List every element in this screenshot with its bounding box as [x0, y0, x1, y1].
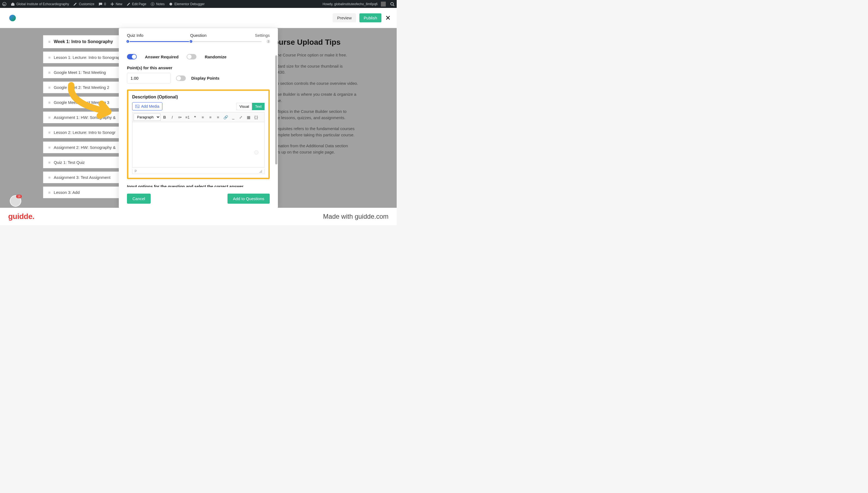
tip-text: Information from the Additional Data sec…: [269, 143, 359, 155]
tip-text: Add Topics in the Course Builder section…: [269, 109, 359, 121]
description-textarea[interactable]: [132, 122, 265, 168]
points-input[interactable]: [127, 73, 170, 83]
display-points-toggle[interactable]: [176, 76, 186, 81]
close-icon[interactable]: ✕: [385, 15, 391, 21]
tip-text: Course Builder is where you create & org…: [269, 91, 359, 104]
publish-button[interactable]: Publish: [359, 13, 382, 22]
align-center-icon[interactable]: ≡: [207, 114, 214, 121]
wp-logo-icon[interactable]: [2, 2, 6, 6]
search-icon[interactable]: [390, 2, 394, 6]
rte-toolbar: Paragraph B I ≡• ≡1 ❝ ≡ ≡ ≡ 🔗 ⎯ ⤢ ▦ {;}: [132, 112, 265, 122]
answer-required-toggle[interactable]: [127, 54, 137, 60]
preview-button[interactable]: Preview: [333, 13, 356, 22]
align-left-icon[interactable]: ≡: [199, 114, 206, 121]
description-label: Description (Optional): [132, 94, 265, 100]
shortcode-icon[interactable]: {;}: [253, 114, 260, 121]
drag-handle-icon[interactable]: ≡: [48, 175, 50, 180]
sidebar-header-label: Week 1: Intro to Sonography: [54, 39, 113, 44]
drag-handle-icon[interactable]: ≡: [48, 190, 50, 195]
wp-debugger[interactable]: Elementor Debugger: [169, 2, 205, 6]
modal-stepper: Quiz Info Question Settings ✓ ✓ 3: [119, 28, 278, 40]
drag-handle-icon[interactable]: ≡: [48, 55, 50, 60]
ai-sparkle-icon[interactable]: [254, 150, 259, 155]
readmore-icon[interactable]: ⎯: [230, 114, 237, 121]
scrollbar[interactable]: [275, 55, 277, 165]
guidde-attribution: Made with guidde.com: [323, 213, 388, 220]
cancel-button[interactable]: Cancel: [127, 194, 151, 204]
resize-handle-icon[interactable]: [259, 170, 262, 173]
drag-handle-icon[interactable]: ≡: [48, 115, 50, 120]
description-editor-highlight: Description (Optional) Add Media Visual …: [127, 89, 270, 179]
italic-icon[interactable]: I: [169, 114, 176, 121]
drag-handle-icon[interactable]: ≡: [48, 100, 50, 105]
bold-icon[interactable]: B: [161, 114, 168, 121]
svg-point-3: [391, 2, 393, 5]
quote-icon[interactable]: ❝: [191, 114, 199, 121]
guidde-avatar[interactable]: 18: [10, 195, 21, 207]
fullscreen-icon[interactable]: ⤢: [237, 114, 244, 121]
svg-point-2: [169, 3, 172, 5]
bullet-list-icon[interactable]: ≡•: [176, 114, 183, 121]
drag-handle-icon[interactable]: ≡: [48, 70, 50, 75]
step-dot-number: 3: [266, 39, 271, 44]
drag-handle-icon[interactable]: ≡: [48, 40, 50, 44]
tip-text: Video section controls the course overvi…: [269, 81, 359, 87]
guidde-footer: guidde. Made with guidde.com: [0, 208, 397, 225]
step-question[interactable]: Question: [175, 33, 222, 38]
media-icon: [135, 104, 139, 109]
step-settings[interactable]: Settings: [222, 33, 270, 38]
wp-site-name[interactable]: Global Institute of Echocardiography: [11, 2, 69, 6]
toolbar-toggle-icon[interactable]: ▦: [245, 114, 252, 121]
link-icon[interactable]: 🔗: [222, 114, 229, 121]
add-to-questions-button[interactable]: Add to Questions: [228, 194, 270, 204]
step-dot-check-icon: ✓: [126, 40, 130, 43]
step-quiz-info[interactable]: Quiz Info: [127, 33, 175, 38]
visual-tab[interactable]: Visual: [236, 103, 252, 110]
text-tab[interactable]: Text: [252, 103, 265, 110]
drag-handle-icon[interactable]: ≡: [48, 130, 50, 135]
editor-toolbar: Preview Publish ✕: [0, 8, 397, 28]
randomize-toggle[interactable]: [187, 54, 197, 60]
number-list-icon[interactable]: ≡1: [184, 114, 191, 121]
drag-handle-icon[interactable]: ≡: [48, 85, 50, 90]
step-remaining-line: [192, 41, 261, 42]
tip-text: Set the Course Price option or make it f…: [269, 52, 359, 58]
app-logo-icon: [9, 15, 16, 21]
paragraph-select[interactable]: Paragraph: [134, 113, 160, 121]
wp-customize[interactable]: Customize: [73, 2, 94, 6]
element-path: P: [135, 169, 137, 173]
wp-notes[interactable]: Notes: [151, 2, 164, 6]
wp-new[interactable]: New: [110, 2, 122, 6]
guidde-logo: guidde.: [8, 212, 34, 221]
answer-required-label: Answer Required: [145, 55, 179, 59]
step-dot-check-icon: ✓: [189, 40, 193, 43]
wp-howdy[interactable]: Howdy, globalinstituteofecho_8m6pq6: [323, 2, 386, 6]
wp-edit-page[interactable]: Edit Page: [127, 2, 146, 6]
points-label: Point(s) for this answer: [127, 65, 270, 70]
drag-handle-icon[interactable]: ≡: [48, 145, 50, 150]
answer-options-prompt: Input options for the question and selec…: [127, 184, 270, 187]
align-right-icon[interactable]: ≡: [214, 114, 222, 121]
wp-comments[interactable]: 0: [99, 2, 106, 6]
tip-text: Standard size for the course thumbnail i…: [269, 63, 359, 76]
question-modal: Quiz Info Question Settings ✓ ✓ 3 Answer…: [119, 28, 278, 208]
display-points-label: Display Points: [191, 76, 219, 81]
tip-text: Prerequisites refers to the fundamental …: [269, 126, 359, 138]
svg-point-5: [136, 106, 137, 107]
tips-panel: Course Upload Tips Set the Course Price …: [269, 38, 359, 160]
add-media-button[interactable]: Add Media: [132, 102, 162, 110]
notification-badge: 18: [16, 195, 22, 198]
tips-title: Course Upload Tips: [269, 38, 359, 47]
drag-handle-icon[interactable]: ≡: [48, 160, 50, 165]
wp-admin-bar: Global Institute of Echocardiography Cus…: [0, 0, 397, 8]
randomize-label: Randomize: [205, 55, 226, 59]
